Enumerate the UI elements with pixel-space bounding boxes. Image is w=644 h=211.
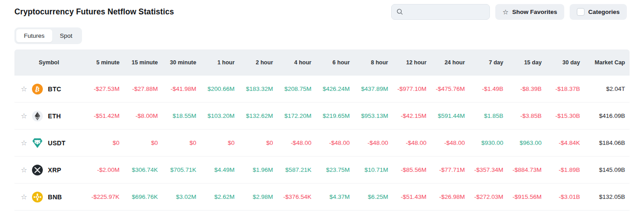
netflow-value: -$42.15M [389,112,427,119]
netflow-value: -$8.39B [504,85,543,92]
netflow-value: $208.75M [274,85,312,92]
netflow-value: -$18.37B [543,85,581,92]
netflow-value: $953.13M [351,112,389,119]
netflow-value: -$3.01B [543,193,581,200]
show-favorites-label: Show Favorites [512,9,557,15]
netflow-value: -$48.00 [274,139,312,146]
netflow-value: $200.66M [197,85,235,92]
netflow-value: -$48.00 [389,139,427,146]
coin-ticker: BNB [48,193,62,201]
favorite-star-icon[interactable]: ☆ [21,139,27,147]
tab-spot[interactable]: Spot [52,29,80,42]
favorite-star-icon[interactable]: ☆ [21,112,27,120]
coin-ticker: XRP [48,166,61,174]
netflow-value: -$51.43M [389,193,427,200]
netflow-value: -$51.42M [82,112,120,119]
symbol-cell: ☆ ETH [14,110,82,122]
btc-coin-icon: ₿ [32,83,43,95]
netflow-value: -$48.00 [312,139,351,146]
table-row[interactable]: ☆ ₿ BTC -$27.53M-$27.88M-$41.98M$200.66M… [14,76,630,103]
netflow-value: $591.44M [427,112,466,119]
netflow-value: $426.24M [312,85,351,92]
netflow-value: $0 [197,139,235,146]
column-header: 7 day [466,59,504,66]
table-row[interactable]: ☆ XRP -$2.00M$306.74K$705.71K$4.49M$1.96… [14,157,630,184]
netflow-value: -$475.76M [427,85,466,92]
column-header: 6 hour [312,59,351,66]
netflow-value: $306.74K [120,166,159,173]
star-outline-icon: ☆ [502,9,508,15]
netflow-value: $1.96M [236,166,274,173]
column-header: Market Cap [581,59,630,66]
netflow-value: $1.85B [466,112,504,119]
netflow-value: $0 [159,139,197,146]
netflow-value: -$884.73M [504,166,543,173]
netflow-value: $23.75M [312,166,351,173]
table-row[interactable]: ☆ BNB -$225.97K$696.76K$3.02M$2.62M$2.98… [14,184,630,211]
column-header: 15 minute [120,59,159,66]
favorite-star-icon[interactable]: ☆ [21,85,27,93]
netflow-value: -$376.54K [274,193,312,200]
market-cap-value: $416.09B [581,112,630,119]
column-header: 12 hour [389,59,427,66]
netflow-value: -$1.49B [466,85,504,92]
table-row[interactable]: ☆ ETH -$51.42M-$8.00M$18.55M$103.20M$132… [14,103,630,130]
netflow-value: $4.37M [312,193,351,200]
categories-checkbox[interactable] [577,8,585,16]
tab-futures[interactable]: Futures [16,29,52,42]
market-cap-value: $145.09B [581,166,630,173]
netflow-value: $930.00 [466,139,504,146]
symbol-cell: ☆ BNB [14,191,82,203]
netflow-value: $587.21K [274,166,312,173]
netflow-value: $183.32M [236,85,274,92]
coin-ticker: ETH [48,112,61,120]
xrp-coin-icon [32,164,43,176]
search-icon [396,8,403,15]
favorite-star-icon[interactable]: ☆ [21,166,27,174]
column-header: 1 hour [197,59,235,66]
netflow-value: $696.76K [120,193,159,200]
netflow-value: -$41.98M [159,85,197,92]
categories-button[interactable]: Categories [570,4,627,20]
netflow-value: -$8.00M [120,112,159,119]
top-toolbar: Cryptocurrency Futures Netflow Statistic… [0,0,644,20]
netflow-value: -$1.89B [543,166,581,173]
search-input[interactable] [406,9,485,15]
usdt-coin-icon [32,137,43,149]
netflow-value: $2.98M [236,193,274,200]
favorite-star-icon[interactable]: ☆ [21,193,27,201]
table-header-row: Symbol5 minute15 minute30 minute1 hour2 … [14,49,630,76]
netflow-value: $0 [120,139,159,146]
netflow-value: -$3.85B [504,112,543,119]
netflow-value: -$77.71M [427,166,466,173]
column-header: 5 minute [82,59,120,66]
netflow-value: -$357.34M [466,166,504,173]
netflow-value: $219.65M [312,112,351,119]
netflow-value: -$225.97K [82,193,120,200]
netflow-value: -$48.00 [351,139,389,146]
netflow-value: $437.89M [351,85,389,92]
netflow-value: -$15.30B [543,112,581,119]
netflow-value: $963.00 [504,139,543,146]
market-type-tabs: Futures Spot [14,27,82,44]
netflow-value: $0 [82,139,120,146]
netflow-value: $0 [236,139,274,146]
search-box[interactable] [391,4,490,20]
netflow-value: $705.71K [159,166,197,173]
categories-label: Categories [588,9,620,15]
netflow-value: $103.20M [197,112,235,119]
netflow-value: -$4.84K [543,139,581,146]
market-cap-value: $132.05B [581,193,630,200]
eth-coin-icon [32,110,43,122]
show-favorites-button[interactable]: ☆ Show Favorites [495,4,564,20]
netflow-value: $4.49M [197,166,235,173]
symbol-cell: ☆ XRP [14,164,82,176]
table-row[interactable]: ☆ USDT $0$0$0$0$0-$48.00-$48.00-$48.00-$… [14,130,630,157]
netflow-value: $132.62M [236,112,274,119]
netflow-value: -$26.98M [427,193,466,200]
column-header: 8 hour [351,59,389,66]
column-header: 24 hour [427,59,466,66]
column-header: 15 day [504,59,543,66]
netflow-value: -$85.56M [389,166,427,173]
symbol-cell: ☆ ₿ BTC [14,83,82,95]
